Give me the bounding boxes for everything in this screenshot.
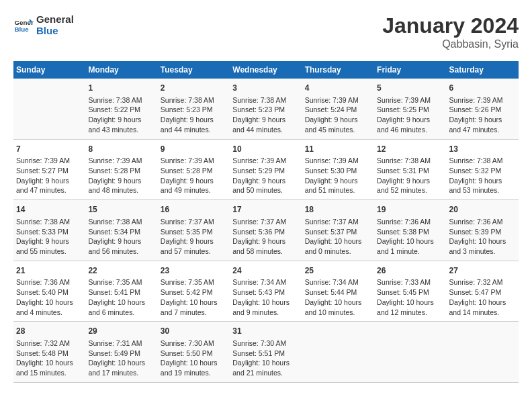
day-number: 7 [16,144,83,155]
column-header-saturday: Saturday [447,61,519,79]
calendar-cell: 7Sunrise: 7:39 AM Sunset: 5:27 PM Daylig… [13,139,85,200]
day-number: 10 [232,144,299,155]
day-number: 14 [16,204,83,216]
day-info: Sunrise: 7:37 AM Sunset: 5:37 PM Dayligh… [305,217,371,257]
calendar-cell: 5Sunrise: 7:39 AM Sunset: 5:25 PM Daylig… [374,79,446,139]
column-header-thursday: Thursday [302,61,374,79]
calendar-week-row: 21Sunrise: 7:36 AM Sunset: 5:40 PM Dayli… [13,261,519,322]
column-header-monday: Monday [85,61,157,79]
day-number: 5 [377,83,443,94]
calendar-cell [374,322,446,383]
day-info: Sunrise: 7:39 AM Sunset: 5:29 PM Dayligh… [232,156,299,195]
calendar-cell: 3Sunrise: 7:38 AM Sunset: 5:23 PM Daylig… [230,79,302,139]
day-info: Sunrise: 7:39 AM Sunset: 5:26 PM Dayligh… [449,95,516,135]
day-number: 11 [305,144,371,155]
day-number: 28 [16,326,83,337]
calendar-week-row: 1Sunrise: 7:38 AM Sunset: 5:22 PM Daylig… [13,79,519,139]
calendar-cell: 9Sunrise: 7:39 AM Sunset: 5:28 PM Daylig… [158,139,230,200]
column-header-friday: Friday [374,61,446,79]
column-header-sunday: Sunday [13,61,85,79]
day-number: 16 [161,204,227,216]
calendar-cell [302,322,374,383]
calendar-cell: 6Sunrise: 7:39 AM Sunset: 5:26 PM Daylig… [447,79,519,139]
calendar-cell: 25Sunrise: 7:34 AM Sunset: 5:44 PM Dayli… [302,261,374,322]
day-info: Sunrise: 7:36 AM Sunset: 5:38 PM Dayligh… [377,217,443,257]
day-info: Sunrise: 7:38 AM Sunset: 5:23 PM Dayligh… [161,95,227,135]
day-info: Sunrise: 7:39 AM Sunset: 5:28 PM Dayligh… [88,156,154,195]
calendar-cell: 19Sunrise: 7:36 AM Sunset: 5:38 PM Dayli… [374,200,446,261]
day-number: 13 [449,144,516,155]
svg-text:Blue: Blue [15,26,30,33]
calendar-cell: 29Sunrise: 7:31 AM Sunset: 5:49 PM Dayli… [85,322,157,383]
calendar-table: SundayMondayTuesdayWednesdayThursdayFrid… [13,61,519,383]
calendar-cell: 2Sunrise: 7:38 AM Sunset: 5:23 PM Daylig… [158,79,230,139]
day-info: Sunrise: 7:34 AM Sunset: 5:43 PM Dayligh… [232,277,299,317]
calendar-cell: 17Sunrise: 7:37 AM Sunset: 5:36 PM Dayli… [230,200,302,261]
calendar-subtitle: Qabbasin, Syria [382,38,519,50]
calendar-week-row: 7Sunrise: 7:39 AM Sunset: 5:27 PM Daylig… [13,139,519,200]
logo-blue: Blue [36,25,74,36]
day-number: 18 [305,204,371,216]
day-number: 21 [16,265,83,277]
day-info: Sunrise: 7:36 AM Sunset: 5:39 PM Dayligh… [449,217,516,257]
day-number: 27 [449,265,516,277]
calendar-cell: 24Sunrise: 7:34 AM Sunset: 5:43 PM Dayli… [230,261,302,322]
column-header-tuesday: Tuesday [158,61,230,79]
day-number: 31 [232,326,299,337]
day-info: Sunrise: 7:30 AM Sunset: 5:51 PM Dayligh… [232,338,299,378]
day-number: 8 [88,144,154,155]
logo: General Blue General Blue [13,13,74,36]
day-info: Sunrise: 7:39 AM Sunset: 5:24 PM Dayligh… [305,95,371,135]
logo-general: General [36,13,74,25]
day-number: 15 [88,204,154,216]
calendar-cell: 14Sunrise: 7:38 AM Sunset: 5:33 PM Dayli… [13,200,85,261]
column-header-wednesday: Wednesday [230,61,302,79]
day-info: Sunrise: 7:36 AM Sunset: 5:40 PM Dayligh… [16,277,83,317]
calendar-cell: 13Sunrise: 7:38 AM Sunset: 5:32 PM Dayli… [447,139,519,200]
day-number: 9 [161,144,227,155]
day-number: 29 [88,326,154,337]
day-number: 3 [232,83,299,94]
day-number: 1 [88,83,154,94]
day-number: 25 [305,265,371,277]
title-block: January 2024 Qabbasin, Syria [382,13,519,50]
day-info: Sunrise: 7:37 AM Sunset: 5:36 PM Dayligh… [232,217,299,257]
calendar-cell: 27Sunrise: 7:32 AM Sunset: 5:47 PM Dayli… [447,261,519,322]
day-info: Sunrise: 7:38 AM Sunset: 5:33 PM Dayligh… [16,217,83,257]
calendar-cell [447,322,519,383]
calendar-cell [13,79,85,139]
day-info: Sunrise: 7:39 AM Sunset: 5:27 PM Dayligh… [16,156,83,195]
calendar-cell: 30Sunrise: 7:30 AM Sunset: 5:50 PM Dayli… [158,322,230,383]
day-number: 20 [449,204,516,216]
calendar-cell: 23Sunrise: 7:35 AM Sunset: 5:42 PM Dayli… [158,261,230,322]
calendar-cell: 15Sunrise: 7:38 AM Sunset: 5:34 PM Dayli… [85,200,157,261]
calendar-cell: 11Sunrise: 7:39 AM Sunset: 5:30 PM Dayli… [302,139,374,200]
day-info: Sunrise: 7:38 AM Sunset: 5:34 PM Dayligh… [88,217,154,257]
calendar-header-row: SundayMondayTuesdayWednesdayThursdayFrid… [13,61,519,79]
day-number: 2 [161,83,227,94]
day-info: Sunrise: 7:35 AM Sunset: 5:42 PM Dayligh… [161,277,227,317]
calendar-week-row: 14Sunrise: 7:38 AM Sunset: 5:33 PM Dayli… [13,200,519,261]
day-info: Sunrise: 7:32 AM Sunset: 5:47 PM Dayligh… [449,277,516,317]
day-info: Sunrise: 7:39 AM Sunset: 5:25 PM Dayligh… [377,95,443,135]
day-info: Sunrise: 7:30 AM Sunset: 5:50 PM Dayligh… [161,338,227,378]
calendar-cell: 20Sunrise: 7:36 AM Sunset: 5:39 PM Dayli… [447,200,519,261]
day-number: 19 [377,204,443,216]
day-info: Sunrise: 7:34 AM Sunset: 5:44 PM Dayligh… [305,277,371,317]
calendar-cell: 31Sunrise: 7:30 AM Sunset: 5:51 PM Dayli… [230,322,302,383]
day-info: Sunrise: 7:38 AM Sunset: 5:32 PM Dayligh… [449,156,516,195]
day-number: 4 [305,83,371,94]
day-info: Sunrise: 7:38 AM Sunset: 5:23 PM Dayligh… [232,95,299,135]
day-number: 22 [88,265,154,277]
day-number: 23 [161,265,227,277]
day-info: Sunrise: 7:31 AM Sunset: 5:49 PM Dayligh… [88,338,154,378]
day-info: Sunrise: 7:38 AM Sunset: 5:31 PM Dayligh… [377,156,443,195]
calendar-cell: 12Sunrise: 7:38 AM Sunset: 5:31 PM Dayli… [374,139,446,200]
logo-icon: General Blue [13,15,34,35]
calendar-cell: 26Sunrise: 7:33 AM Sunset: 5:45 PM Dayli… [374,261,446,322]
calendar-week-row: 28Sunrise: 7:32 AM Sunset: 5:48 PM Dayli… [13,322,519,383]
calendar-title: January 2024 [382,13,519,38]
day-number: 17 [232,204,299,216]
calendar-cell: 10Sunrise: 7:39 AM Sunset: 5:29 PM Dayli… [230,139,302,200]
day-number: 30 [161,326,227,337]
